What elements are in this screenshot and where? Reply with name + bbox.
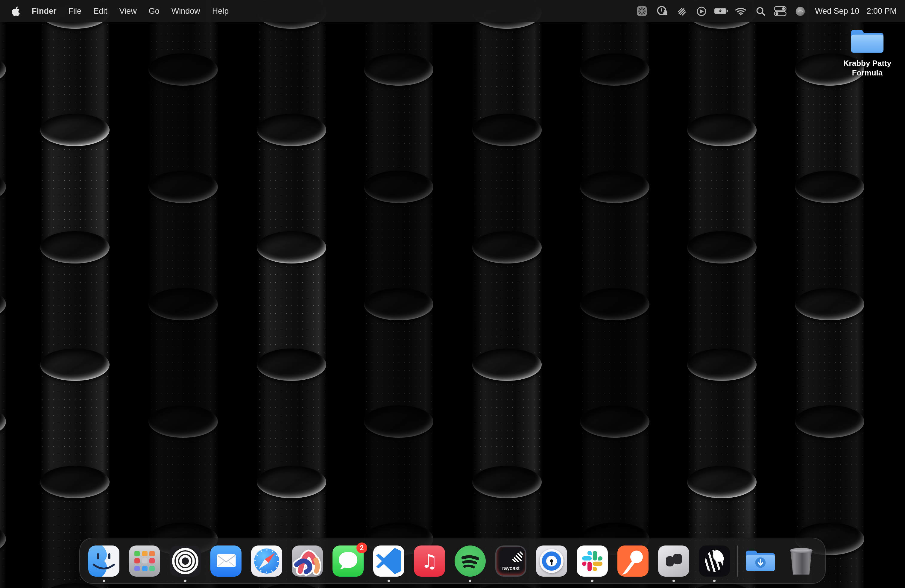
- menu-app-finder[interactable]: Finder: [26, 0, 62, 22]
- menu-file[interactable]: File: [62, 0, 88, 22]
- menu-window[interactable]: Window: [165, 0, 206, 22]
- wallpaper-column: [40, 0, 110, 588]
- wallpaper-column: [257, 0, 326, 588]
- wifi-icon[interactable]: [734, 4, 748, 18]
- clock-date: Wed Sep 10: [815, 6, 859, 16]
- wallpaper-cylinder: [580, 187, 649, 304]
- dock-item-vscode[interactable]: [373, 545, 404, 576]
- apple-menu[interactable]: [11, 6, 26, 16]
- gray-slash-icon: [658, 545, 689, 576]
- menu-bar-clock[interactable]: Wed Sep 10 2:00 PM: [815, 6, 897, 16]
- wallpaper-cylinder: [148, 187, 218, 304]
- dock-item-1password[interactable]: [536, 545, 567, 576]
- wallpaper-cylinder: [472, 365, 542, 482]
- wallpaper-cylinder: [0, 421, 6, 539]
- wallpaper-cylinder: [0, 70, 6, 187]
- dock-item-trash[interactable]: [786, 545, 817, 576]
- 1password-menu-icon[interactable]: [654, 4, 669, 18]
- music-note-glyph: ♫: [421, 545, 438, 576]
- running-indicator: [387, 579, 390, 582]
- striped-diamond-icon[interactable]: [674, 4, 689, 18]
- wallpaper-column: [364, 0, 433, 588]
- menu-help[interactable]: Help: [206, 0, 235, 22]
- wallpaper-cylinder: [40, 365, 110, 482]
- wallpaper-cylinder: [580, 304, 649, 421]
- wallpaper-cylinder: [257, 13, 326, 130]
- dock: 2 ♫ raycast: [79, 538, 826, 584]
- trash-icon: [786, 545, 817, 576]
- wallpaper-cylinder: [148, 70, 218, 187]
- vscode-icon: [373, 545, 404, 576]
- wallpaper-cylinder: [0, 187, 6, 304]
- dock-item-music[interactable]: ♫: [414, 545, 445, 576]
- control-center-icon[interactable]: [773, 4, 788, 18]
- wallpaper-cylinder: [148, 421, 218, 539]
- wallpaper-cylinder: [364, 187, 433, 304]
- menu-view[interactable]: View: [113, 0, 143, 22]
- running-indicator: [103, 579, 105, 582]
- raycast-label: raycast: [497, 565, 525, 571]
- desktop-folder-label: Krabby Patty Formula: [838, 59, 896, 78]
- dock-item-target-circles-app[interactable]: [170, 545, 201, 576]
- wallpaper-cylinder: [40, 13, 110, 130]
- wallpaper-cylinder: [580, 70, 649, 187]
- wallpaper-column: [472, 0, 542, 588]
- wallpaper-cylinder: [795, 421, 864, 539]
- menu-go[interactable]: Go: [143, 0, 165, 22]
- launchpad-icon: [129, 545, 160, 576]
- dock-item-messages[interactable]: 2: [332, 545, 364, 576]
- running-indicator: [591, 579, 594, 582]
- notification-badge: 2: [356, 542, 367, 553]
- dock-item-arc[interactable]: [292, 545, 323, 576]
- wallpaper-cylinder: [472, 13, 542, 130]
- dock-item-mail[interactable]: [210, 545, 241, 576]
- running-indicator: [672, 579, 675, 582]
- wallpaper-cylinder: [795, 187, 864, 304]
- wallpaper-column: [148, 0, 218, 588]
- wallpaper-cylinder: [472, 247, 542, 365]
- wallpaper-column: [580, 0, 649, 588]
- wallpaper-column: [687, 0, 757, 588]
- desktop-folder-krabby-patty-formula[interactable]: Krabby Patty Formula: [834, 28, 900, 78]
- siri-icon[interactable]: [793, 4, 807, 18]
- wallpaper-cylinder: [364, 70, 433, 187]
- menu-bar-status: Wed Sep 10 2:00 PM: [635, 4, 897, 18]
- wallpaper: [0, 0, 905, 588]
- wallpaper-cylinder: [687, 247, 757, 365]
- dock-item-gray-slash-app[interactable]: [658, 545, 689, 576]
- music-icon: ♫: [414, 545, 445, 576]
- dock-item-postman[interactable]: [618, 545, 649, 576]
- wallpaper-cylinder: [687, 130, 757, 247]
- menu-bar-left: Finder File Edit View Go Window Help: [11, 0, 235, 22]
- spotlight-search-icon[interactable]: [753, 4, 768, 18]
- dock-item-striped-sphere-app[interactable]: [699, 545, 730, 576]
- menu-edit[interactable]: Edit: [87, 0, 113, 22]
- raycast-icon: raycast: [495, 545, 526, 576]
- now-playing-icon[interactable]: [694, 4, 708, 18]
- dock-item-slack[interactable]: [577, 545, 608, 576]
- wallpaper-cylinder: [0, 539, 6, 588]
- spotify-icon: [455, 545, 486, 576]
- wallpaper-cylinder: [40, 130, 110, 247]
- wallpaper-cylinder: [472, 130, 542, 247]
- running-indicator: [713, 579, 716, 582]
- dock-item-raycast[interactable]: raycast: [495, 545, 526, 576]
- concentric-circles-icon: [170, 545, 201, 576]
- postman-icon: [618, 545, 649, 576]
- arc-browser-icon: [292, 545, 323, 576]
- spinner-burst-icon[interactable]: [635, 4, 649, 18]
- striped-sphere-icon: [699, 545, 730, 576]
- battery-icon[interactable]: [714, 4, 728, 18]
- wallpaper-cylinder: [687, 365, 757, 482]
- dock-item-spotify[interactable]: [455, 545, 486, 576]
- mail-icon: [210, 545, 241, 576]
- dock-item-launchpad[interactable]: [129, 545, 160, 576]
- downloads-folder-icon: [745, 545, 776, 576]
- wallpaper-cylinder: [795, 304, 864, 421]
- safari-icon: [251, 545, 282, 576]
- dock-item-safari[interactable]: [251, 545, 282, 576]
- running-indicator: [469, 579, 472, 582]
- wallpaper-column: [0, 0, 6, 588]
- dock-item-finder[interactable]: [88, 545, 119, 576]
- dock-item-downloads[interactable]: [745, 545, 776, 576]
